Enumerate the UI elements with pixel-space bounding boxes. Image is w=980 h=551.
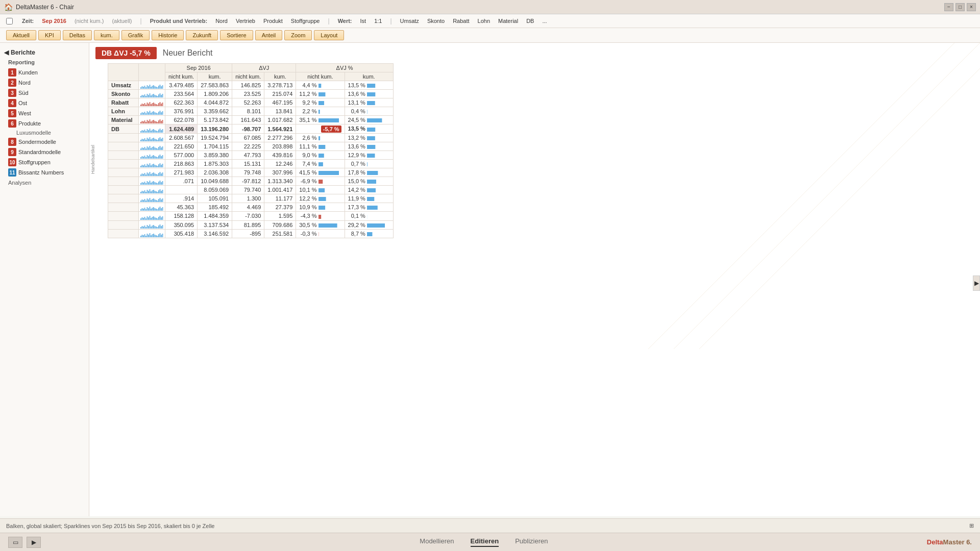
ist-filter[interactable]: Ist	[360, 18, 366, 24]
nord-filter[interactable]: Nord	[215, 18, 228, 24]
svg-rect-301	[367, 206, 378, 210]
sidebar-item-ost[interactable]: 4 Ost	[4, 98, 85, 108]
svg-rect-68	[147, 111, 148, 115]
sidebar-berichte-title[interactable]: ◀ Berichte	[4, 49, 85, 56]
svg-rect-182	[140, 166, 141, 167]
svg-rect-232	[153, 181, 154, 185]
sidebar-item-standardmodelle[interactable]: 9 Standardmodelle	[4, 147, 85, 157]
svg-rect-54	[155, 104, 156, 106]
material-filter[interactable]: Material	[498, 18, 518, 24]
filter-checkbox[interactable]	[6, 18, 13, 24]
sidebar-item-stoffgruppen[interactable]: 10 Stoffgruppen	[4, 157, 85, 167]
layout-button[interactable]: Layout	[314, 30, 344, 40]
sidebar-item-west[interactable]: 5 West	[4, 108, 85, 118]
svg-rect-203	[142, 173, 143, 176]
sidebar-item-produkte[interactable]: 6 Produkte	[4, 118, 85, 129]
umsatz-filter[interactable]: Umsatz	[400, 18, 419, 24]
svg-rect-292	[153, 207, 154, 211]
deltas-button[interactable]: Deltas	[63, 30, 92, 40]
svg-rect-25	[143, 95, 144, 97]
data-cell: 45.363	[165, 203, 198, 212]
pct-kum-cell: 0,7 %	[345, 159, 393, 168]
svg-rect-208	[148, 173, 149, 176]
nav-modellieren[interactable]: Modellieren	[420, 537, 454, 547]
svg-rect-123	[142, 139, 143, 141]
pct-cell: 7,4 %	[296, 159, 345, 168]
zukunft-button[interactable]: Zukunft	[186, 30, 218, 40]
pct-cell: 2,2 %	[296, 107, 345, 116]
vertrieb-filter[interactable]: Vertrieb	[236, 18, 255, 24]
sidebar-num-8: 8	[8, 138, 16, 146]
svg-rect-314	[156, 218, 157, 220]
more-filter[interactable]: ...	[542, 18, 547, 24]
sidebar-item-nord[interactable]: 2 Nord	[4, 78, 85, 88]
pct-kum-cell: 15,0 %	[345, 177, 393, 186]
sidebar-item-bissantz[interactable]: 11 Bissantz Numbers	[4, 167, 85, 178]
aktuell-button[interactable]: Aktuell	[6, 30, 36, 40]
historie-button[interactable]: Historie	[152, 30, 184, 40]
col-header-avj: ΔVJ	[232, 64, 296, 72]
svg-rect-59	[161, 104, 162, 106]
svg-rect-161	[367, 145, 375, 149]
svg-rect-115	[156, 131, 157, 133]
nicht-kum-filter[interactable]: (nicht kum.)	[75, 18, 104, 24]
aktuell-filter[interactable]: (aktuell)	[112, 18, 132, 24]
svg-rect-322	[140, 227, 141, 229]
produkt-filter[interactable]: Produkt	[263, 18, 283, 24]
svg-rect-38	[160, 93, 161, 97]
sidebar-item-kunden[interactable]: 1 Kunden	[4, 67, 85, 78]
svg-rect-328	[148, 226, 149, 229]
svg-rect-299	[162, 207, 163, 211]
sidebar-item-luxusmodelle[interactable]: Luxusmodelle	[4, 129, 85, 137]
table-row: DB1.624.48913.196.280-98.7071.564.921-5,…	[108, 124, 394, 133]
pct-cell: -4,3 %	[296, 212, 345, 220]
svg-rect-193	[155, 165, 156, 167]
svg-rect-131	[152, 138, 153, 141]
db-filter[interactable]: DB	[526, 18, 534, 24]
grafik-button[interactable]: Grafik	[121, 30, 150, 40]
sidebar-item-sondermodelle[interactable]: 8 Sondermodelle	[4, 137, 85, 147]
anteil-button[interactable]: Anteil	[255, 30, 283, 40]
svg-rect-158	[161, 147, 162, 150]
colon-filter[interactable]: 1:1	[374, 18, 382, 24]
bottom-icon-2[interactable]: ▶	[27, 537, 41, 548]
skonto-filter[interactable]: Skonto	[427, 18, 445, 24]
svg-rect-246	[145, 192, 146, 193]
spark-cell	[139, 203, 165, 212]
kpi-button[interactable]: KPI	[38, 30, 61, 40]
data-cell: 1.564.921	[264, 124, 296, 133]
svg-rect-270	[151, 200, 152, 202]
statusbar-icon[interactable]: ⊞	[969, 522, 974, 529]
close-button[interactable]: ×	[967, 3, 976, 11]
sortiere-button[interactable]: Sortiere	[220, 30, 253, 40]
svg-rect-86	[144, 120, 145, 123]
svg-rect-133	[155, 139, 156, 141]
row-label-empty	[108, 159, 139, 168]
svg-rect-267	[147, 198, 148, 202]
nav-publizieren[interactable]: Publizieren	[515, 537, 548, 547]
svg-rect-294	[156, 209, 157, 211]
data-cell: 161.643	[232, 116, 264, 124]
bottom-icon-1[interactable]: ▭	[8, 537, 22, 548]
svg-rect-183	[142, 165, 143, 167]
data-cell: 1.484.359	[198, 212, 232, 220]
svg-rect-323	[142, 226, 143, 229]
svg-rect-260	[318, 188, 325, 192]
spark-cell	[139, 194, 165, 203]
rabatt-filter[interactable]: Rabatt	[453, 18, 469, 24]
restore-button[interactable]: □	[955, 3, 965, 11]
right-panel-arrow[interactable]: ▶	[973, 276, 980, 291]
lohn-filter[interactable]: Lohn	[478, 18, 490, 24]
kum-button[interactable]: kum.	[94, 30, 119, 40]
sidebar-analysen[interactable]: Analysen	[4, 178, 85, 188]
nav-editieren[interactable]: Editieren	[471, 537, 499, 547]
data-cell: 4.469	[232, 203, 264, 212]
minimize-button[interactable]: −	[944, 3, 953, 11]
zeit-value[interactable]: Sep 2016	[42, 18, 66, 24]
sidebar-item-sued[interactable]: 3 Süd	[4, 88, 85, 98]
svg-rect-251	[152, 190, 153, 193]
svg-rect-137	[160, 137, 161, 141]
stoffgruppe-filter[interactable]: Stoffgruppe	[291, 18, 320, 24]
svg-rect-58	[160, 102, 161, 106]
zoom-button[interactable]: Zoom	[284, 30, 312, 40]
